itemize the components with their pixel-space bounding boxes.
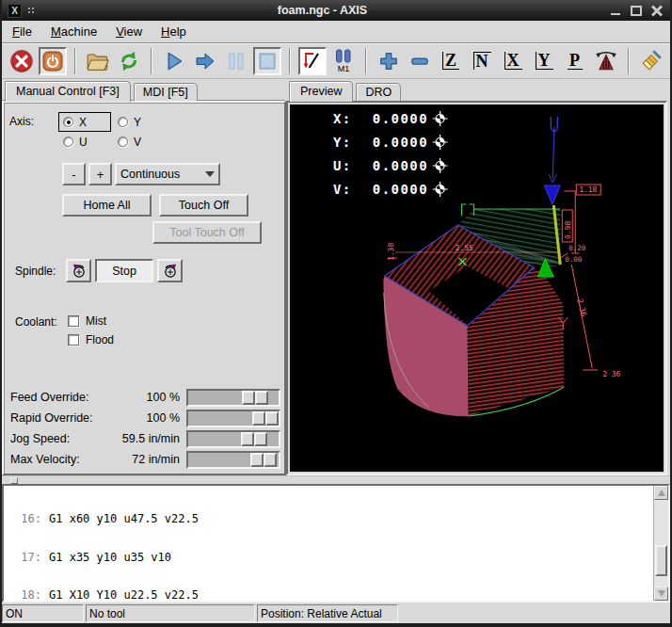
view-z2-button[interactable]: N (468, 47, 496, 75)
jog-minus-button[interactable]: - (62, 163, 86, 185)
menu-file[interactable]: File (9, 24, 35, 40)
gcode-line[interactable]: 17:G1 x35 y10 u35 v10 (6, 552, 171, 565)
axis-radio-label: V (134, 136, 141, 149)
tab-manual-control[interactable]: Manual Control [F3] (5, 81, 131, 102)
clear-plot-icon (639, 49, 664, 73)
spindle-stop-button[interactable]: Stop (95, 259, 153, 282)
feed-override-slider[interactable] (186, 389, 280, 407)
feed-override-handle[interactable] (242, 391, 268, 405)
axis-radio-group: X Y U V (58, 112, 166, 152)
close-icon[interactable] (651, 6, 663, 16)
coolant-label: Coolant: (15, 314, 68, 346)
menu-view[interactable]: View (113, 24, 145, 40)
menubar: File Machine View Help (2, 21, 670, 42)
max-velocity-slider[interactable] (186, 451, 280, 469)
spindle-cw-button[interactable] (157, 259, 183, 282)
mist-checkbox[interactable] (68, 315, 79, 327)
menu-machine[interactable]: Machine (48, 24, 100, 40)
scroll-down-icon[interactable] (654, 587, 668, 601)
skip-lines-button[interactable] (298, 47, 327, 75)
flood-checkbox-row[interactable]: Flood (68, 333, 114, 346)
right-tabbar: Preview DRO (286, 80, 667, 101)
dro-readout: X:0.0000 Y:0.0000 U:0.0000 V:0.0000 (333, 111, 428, 197)
axis-radio-label: Y (134, 116, 141, 129)
zoom-out-button[interactable] (406, 47, 434, 75)
view-x-icon: X (504, 52, 522, 70)
toolbar: M1 Z N X Y P (2, 42, 670, 79)
gcode-scrollbar[interactable] (653, 486, 668, 601)
pause-icon (225, 50, 248, 72)
sash-grip[interactable] (10, 477, 18, 484)
spindle-ccw-button[interactable] (66, 259, 91, 282)
axis-radio-label: X (79, 116, 87, 129)
view-z-button[interactable]: Z (437, 47, 465, 75)
gcode-area: 16:G1 x60 y10 u47.5 v22.5 17:G1 x35 y10 … (2, 484, 670, 603)
toolbar-separator (289, 48, 291, 74)
machine-state: ON (2, 604, 84, 622)
scroll-up-icon[interactable] (654, 486, 668, 500)
radio-icon (118, 117, 128, 127)
pane-sash[interactable] (2, 475, 670, 484)
view-x-button[interactable]: X (499, 47, 527, 75)
rotate-button[interactable] (592, 47, 620, 75)
gcode-line[interactable]: 16:G1 x60 y10 u47.5 v22.5 (6, 513, 199, 526)
chevron-down-icon (205, 171, 215, 177)
tab-mdi[interactable]: MDI [F5] (134, 83, 198, 101)
step-button[interactable] (191, 47, 219, 75)
dro-axis: V: (333, 182, 352, 197)
zoom-in-button[interactable] (375, 47, 403, 75)
view-z-icon: Z (442, 52, 459, 70)
pause-button[interactable] (222, 47, 250, 75)
tab-preview[interactable]: Preview (289, 81, 353, 102)
spindle-label: Spindle: (15, 265, 62, 278)
open-file-button[interactable] (84, 47, 112, 75)
max-velocity-handle[interactable] (250, 453, 277, 467)
jog-speed-handle[interactable] (241, 432, 267, 446)
jog-plus-button[interactable]: + (88, 163, 112, 185)
svg-text:2.55: 2.55 (456, 244, 473, 252)
menu-help[interactable]: Help (158, 24, 189, 40)
machine-power-button[interactable] (39, 47, 67, 75)
dro-axis: X: (333, 111, 352, 126)
mist-checkbox-row[interactable]: Mist (68, 314, 114, 328)
position-mode: Position: Relative Actual (257, 604, 398, 622)
jog-mode-dropdown[interactable]: Continuous (115, 163, 220, 185)
axis-radio-v[interactable]: V (113, 132, 166, 152)
window-bottom-border (2, 623, 670, 627)
axis-radio-y[interactable]: Y (113, 112, 166, 132)
svg-text:1.38: 1.38 (387, 243, 395, 261)
flood-checkbox[interactable] (68, 334, 79, 346)
run-button[interactable] (160, 47, 188, 75)
optional-pause-button[interactable]: M1 (329, 47, 358, 75)
maximize-icon[interactable] (631, 6, 642, 16)
flood-label: Flood (86, 333, 114, 346)
feed-override-value: 100 % (96, 391, 186, 404)
gcode-line[interactable]: 18:G1 X10 Y10 u22.5 v22.5 (6, 589, 199, 601)
jog-speed-slider[interactable] (186, 430, 280, 448)
tool-marker (544, 117, 560, 204)
max-velocity-label: Max Velocity: (9, 453, 96, 466)
scrollbar-track[interactable] (654, 500, 668, 587)
preview-canvas[interactable]: 1.18 0.98 0.20 0.00 2.36 2 36 1.38 2.55 … (290, 104, 664, 472)
rapid-override-slider[interactable] (186, 410, 280, 427)
view-y-button[interactable]: Y (530, 47, 558, 75)
tab-dro[interactable]: DRO (356, 83, 401, 101)
reload-button[interactable] (115, 47, 143, 75)
touch-off-button[interactable]: Touch Off (159, 194, 248, 217)
axis-radio-u[interactable]: U (58, 132, 111, 152)
view-p-button[interactable]: P (561, 47, 589, 75)
stop-button[interactable] (253, 47, 281, 75)
toolbar-separator (151, 48, 152, 74)
left-tabbar: Manual Control [F3] MDI [F5] (2, 80, 286, 101)
home-all-button[interactable]: Home All (62, 194, 152, 217)
machine-power-icon (41, 50, 64, 72)
rapid-override-handle[interactable] (252, 411, 279, 426)
radio-icon (63, 117, 73, 127)
clear-plot-button[interactable] (637, 47, 665, 75)
scrollbar-thumb[interactable] (655, 545, 667, 576)
window-menu-grip[interactable] (28, 8, 35, 14)
estop-button[interactable] (8, 47, 36, 75)
minimize-icon[interactable] (610, 6, 621, 16)
axis-radio-x[interactable]: X (58, 112, 111, 132)
step-icon (194, 50, 216, 72)
